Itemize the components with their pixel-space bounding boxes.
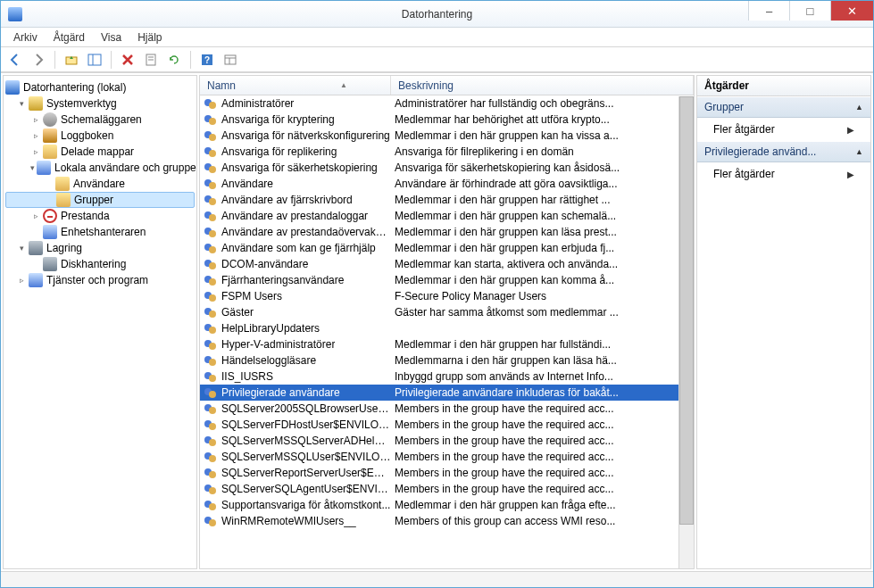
group-description: Inbyggd grupp som används av Internet In…: [391, 370, 678, 383]
list-row[interactable]: Ansvariga för säkerhetskopieringAnsvarig…: [200, 160, 678, 176]
list-row[interactable]: AdministratörerAdministratörer har fulls…: [200, 95, 678, 112]
toolbar: ?: [1, 47, 873, 72]
delete-button[interactable]: [117, 50, 138, 70]
menubar: Arkiv Åtgärd Visa Hjälp: [1, 28, 873, 47]
tree-prestanda[interactable]: ▹ Prestanda: [5, 208, 195, 224]
group-name: Ansvariga för kryptering: [221, 113, 335, 126]
group-icon: [204, 385, 218, 400]
tree-enhetshanteraren[interactable]: Enhetshanteraren: [5, 224, 195, 240]
group-description: Administratörer har fullständig och obeg…: [391, 97, 678, 110]
list-row[interactable]: IIS_IUSRSInbyggd grupp som används av In…: [200, 369, 678, 385]
list-row[interactable]: Ansvariga för replikeringAnsvariga för f…: [200, 144, 678, 160]
expander-icon[interactable]: ▹: [16, 275, 27, 286]
group-icon: [204, 337, 218, 352]
group-description: Members in the group have the required a…: [391, 435, 678, 447]
list-row[interactable]: Användare som kan ge fjärrhjälpMedlemmar…: [200, 240, 678, 256]
list-row[interactable]: GästerGäster har samma åtkomst som medle…: [200, 304, 678, 320]
list-row[interactable]: SQLServerFDHostUser$ENVILOOP-...Members …: [200, 417, 678, 433]
maximize-button[interactable]: □: [789, 1, 830, 21]
group-name: SQLServerReportServerUser$ENVIL...: [221, 467, 391, 479]
list-row[interactable]: DCOM-användareMedlemmar kan starta, akti…: [200, 256, 678, 272]
list-row[interactable]: SQLServer2005SQLBrowserUser$E...Members …: [200, 401, 678, 417]
expander-icon[interactable]: ▾: [30, 162, 35, 173]
group-name: Privilegierade användare: [221, 386, 340, 399]
group-icon: [204, 257, 218, 271]
group-icon: [204, 128, 218, 143]
groups-list[interactable]: AdministratörerAdministratörer har fulls…: [200, 95, 694, 568]
expander-icon[interactable]: ▹: [30, 146, 41, 157]
group-description: Medlemmar i den här gruppen kan erbjuda …: [391, 242, 678, 254]
list-row[interactable]: SQLServerMSSQLUser$ENVILOOP-...Members i…: [200, 449, 678, 465]
vertical-scrollbar[interactable]: [678, 96, 694, 568]
expander-icon[interactable]: ▹: [30, 211, 41, 221]
column-header-name[interactable]: Namn ▲: [200, 76, 391, 95]
menu-visa[interactable]: Visa: [94, 29, 129, 46]
list-row[interactable]: Användare av prestandaövervakningMedlemm…: [200, 224, 678, 240]
up-folder-button[interactable]: [61, 50, 82, 70]
actions-more-1[interactable]: Fler åtgärder ▶: [697, 118, 870, 141]
tree-grupper[interactable]: Grupper: [5, 192, 195, 208]
list-row[interactable]: Användare av fjärrskrivbordMedlemmar i d…: [200, 192, 678, 208]
window-title: Datorhantering: [1, 8, 873, 21]
group-name: DCOM-användare: [221, 258, 308, 270]
list-row[interactable]: Privilegierade användarePrivilegierade a…: [200, 385, 678, 401]
help-button[interactable]: ?: [196, 50, 218, 70]
actions-section-privilegierade[interactable]: Privilegierade använd... ▲: [697, 141, 870, 162]
titlebar[interactable]: Datorhantering – □ ✕: [1, 1, 873, 28]
expander-icon[interactable]: ▾: [16, 243, 27, 253]
list-row[interactable]: HändelseloggläsareMedlemmarna i den här …: [200, 352, 678, 369]
tree-lagring[interactable]: ▾ Lagring: [5, 240, 195, 256]
list-row[interactable]: SQLServerReportServerUser$ENVIL...Member…: [200, 465, 678, 481]
list-row[interactable]: Supportansvariga för åtkomstkont...Medle…: [200, 497, 678, 513]
list-row[interactable]: SQLServerSQLAgentUser$ENVILO...Members i…: [200, 481, 678, 497]
sort-indicator-icon: ▲: [340, 81, 347, 89]
tree-schemalaggaren[interactable]: ▹ Schemaläggaren: [5, 112, 195, 128]
group-icon: [204, 177, 218, 191]
refresh-button[interactable]: [163, 50, 185, 70]
view-icon: [223, 53, 237, 67]
tree-root[interactable]: Datorhantering (lokal): [5, 79, 195, 95]
expander-icon[interactable]: ▾: [16, 98, 27, 109]
view-button[interactable]: [220, 50, 241, 70]
actions-item-label: Fler åtgärder: [713, 168, 775, 180]
expander-icon[interactable]: ▹: [30, 130, 41, 141]
list-row[interactable]: FSPM UsersF-Secure Policy Manager Users: [200, 288, 678, 304]
actions-item-label: Fler åtgärder: [713, 123, 775, 136]
list-row[interactable]: Användare av prestandaloggarMedlemmar i …: [200, 208, 678, 224]
actions-more-2[interactable]: Fler åtgärder ▶: [697, 162, 870, 186]
back-button[interactable]: [4, 50, 26, 70]
tree-systemverktyg[interactable]: ▾ Systemverktyg: [5, 95, 195, 112]
show-hide-tree-button[interactable]: [84, 50, 105, 70]
list-row[interactable]: WinRMRemoteWMIUsers__Members of this gro…: [200, 513, 678, 529]
tree-tjanster[interactable]: ▹ Tjänster och program: [5, 272, 195, 288]
scrollbar-thumb[interactable]: [679, 96, 694, 525]
actions-section-grupper[interactable]: Grupper ▲: [697, 96, 870, 118]
menu-hjalp[interactable]: Hjälp: [130, 29, 169, 46]
tree-lokala-anvandare[interactable]: ▾ Lokala användare och grupper: [5, 160, 195, 176]
group-description: Medlemmar i den här gruppen kan ha vissa…: [391, 129, 678, 142]
list-row[interactable]: SQLServerMSSQLServerADHelperU...Members …: [200, 433, 678, 449]
group-name: Användare av prestandaövervakning: [221, 226, 391, 238]
tree-diskhantering[interactable]: Diskhantering: [5, 256, 195, 272]
tree-anvandare[interactable]: Användare: [5, 176, 195, 192]
tree-panel[interactable]: Datorhantering (lokal) ▾ Systemverktyg ▹…: [3, 75, 197, 569]
disk-icon: [43, 257, 57, 271]
list-row[interactable]: AnvändareAnvändare är förhindrade att gö…: [200, 176, 678, 192]
menu-arkiv[interactable]: Arkiv: [6, 29, 45, 46]
list-row[interactable]: FjärrhanteringsanvändareMedlemmar i den …: [200, 272, 678, 288]
minimize-button[interactable]: –: [748, 1, 789, 21]
menu-atgard[interactable]: Åtgärd: [46, 29, 92, 46]
list-row[interactable]: Ansvariga för krypteringMedlemmar har be…: [200, 112, 678, 128]
close-button[interactable]: ✕: [830, 1, 873, 21]
column-header-description[interactable]: Beskrivning: [391, 76, 694, 95]
expander-icon[interactable]: ▹: [30, 114, 41, 125]
tree-delade-mappar[interactable]: ▹ Delade mappar: [5, 144, 195, 160]
group-description: Medlemmarna i den här gruppen kan läsa h…: [391, 354, 678, 367]
list-row[interactable]: HelpLibraryUpdaters: [200, 320, 678, 336]
properties-button[interactable]: [140, 50, 162, 70]
group-description: Members in the group have the required a…: [391, 483, 678, 495]
list-row[interactable]: Ansvariga för nätverkskonfigureringMedle…: [200, 128, 678, 144]
forward-button[interactable]: [28, 50, 49, 70]
tree-loggboken[interactable]: ▹ Loggboken: [5, 128, 195, 144]
list-row[interactable]: Hyper-V-administratörerMedlemmar i den h…: [200, 336, 678, 352]
